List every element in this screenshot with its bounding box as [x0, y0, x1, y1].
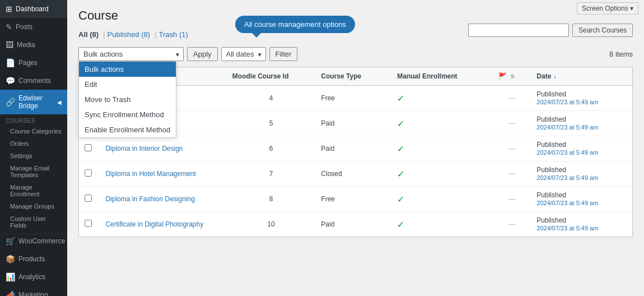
analytics-icon: 📊 [6, 272, 15, 281]
orders-label: Orders [10, 140, 29, 147]
sidebar-item-label: Pages [18, 59, 38, 67]
sidebar-item-label: Comments [18, 77, 51, 85]
row-icon-cell: — [493, 212, 531, 237]
sidebar-item-manage-enrollment[interactable]: Manage Enrollment [0, 181, 67, 200]
manage-email-label: Manage Email Templates [10, 165, 62, 178]
tab-published[interactable]: Published (8) [108, 27, 151, 41]
sidebar-item-analytics[interactable]: 📊 Analytics [0, 268, 67, 286]
published-date: 2024/07/23 at 5:49 am [536, 225, 598, 232]
sidebar-item-manage-groups[interactable]: Manage Groups [0, 200, 67, 212]
tab-separator-2: | [155, 30, 156, 39]
sidebar-item-course-categories[interactable]: Course Categories [0, 125, 67, 137]
row-course-type-cell: Paid [315, 111, 391, 136]
table-header-moodle-id: Moodle Course Id [227, 67, 316, 86]
bulk-actions-select[interactable]: Bulk actions Edit Move to Trash Sync Enr… [78, 47, 184, 61]
row-manual-enrollment-cell: ✓ [391, 187, 493, 212]
dropdown-item-edit[interactable]: Edit [79, 77, 176, 92]
sidebar-item-custom-user-fields[interactable]: Custom User Fields [0, 212, 67, 232]
row-moodle-id-cell: 10 [227, 212, 316, 237]
row-course-type-cell: Paid [315, 212, 391, 237]
row-checkbox[interactable] [85, 144, 92, 151]
table-row: Diploma in Hotel Management 7 Closed ✓ —… [79, 161, 633, 187]
row-flag-value: — [508, 170, 515, 178]
dropdown-item-move-to-trash[interactable]: Move to Trash [79, 92, 176, 107]
row-moodle-id-cell: 5 [227, 111, 316, 136]
enrollment-checkmark-icon: ✓ [397, 220, 404, 229]
row-icon-cell: — [493, 111, 531, 136]
screen-options-button[interactable]: Screen Options ▾ [577, 2, 638, 15]
row-flag-value: — [508, 220, 515, 228]
bulk-actions-wrapper: Bulk actions Edit Move to Trash Sync Enr… [78, 47, 184, 61]
apply-button[interactable]: Apply [187, 47, 218, 61]
enrollment-checkmark-icon: ✓ [397, 195, 404, 204]
row-flag-value: — [508, 195, 515, 203]
course-name-link[interactable]: Diploma in Hotel Management [105, 170, 195, 178]
row-checkbox-cell [79, 136, 100, 161]
course-name-link[interactable]: Certificate in Digital Photography [105, 220, 203, 228]
page-title: Course [78, 8, 633, 23]
published-date: 2024/07/23 at 5:49 am [536, 149, 598, 156]
table-row: Diploma in Fashion Designing 8 Free ✓ — … [79, 187, 633, 212]
sidebar: ⊞ Dashboard ✎ Posts 🖼 Media 📄 Pages 💬 Co… [0, 0, 67, 296]
sidebar-item-media[interactable]: 🖼 Media [0, 36, 67, 54]
sidebar-item-marketing[interactable]: 📣 Marketing [0, 286, 67, 296]
dropdown-item-enable-enrollment[interactable]: Enable Enrollment Method [79, 122, 176, 137]
enrollment-checkmark-icon: ✓ [397, 144, 404, 154]
bulk-actions-dropdown-menu: Bulk actions Edit Move to Trash Sync Enr… [78, 61, 176, 138]
sidebar-item-settings[interactable]: Settings [0, 150, 67, 162]
sidebar-item-label: Posts [16, 23, 32, 31]
published-label: Published [536, 90, 566, 98]
sidebar-item-pages[interactable]: 📄 Pages [0, 54, 67, 72]
row-course-type-cell: Paid [315, 136, 391, 161]
sidebar-item-woocommerce[interactable]: 🛒 WooCommerce [0, 234, 67, 250]
row-checkbox[interactable] [85, 220, 92, 227]
table-header-date[interactable]: Date ↓ [531, 67, 632, 86]
sidebar-item-edwiser-bridge[interactable]: 🔗 Edwiser Bridge ◀ [0, 90, 67, 114]
row-flag-value: — [508, 145, 515, 152]
row-icon-cell: — [493, 187, 531, 212]
enrollment-checkmark-icon: ✓ [397, 94, 404, 103]
sidebar-item-comments[interactable]: 💬 Comments [0, 72, 67, 90]
table-header-course-type: Course Type [315, 67, 391, 86]
row-manual-enrollment-cell: ✓ [391, 111, 493, 136]
course-name-link[interactable]: Diploma in Interior Design [105, 145, 183, 152]
flag-icon: 🚩 [498, 72, 507, 80]
analytics-label: Analytics [18, 273, 45, 281]
sidebar-item-posts[interactable]: ✎ Posts [0, 18, 67, 36]
dashboard-icon: ⊞ [6, 4, 12, 13]
media-icon: 🖼 [6, 40, 13, 49]
tab-trash[interactable]: Trash (1) [159, 27, 188, 41]
search-input[interactable] [468, 24, 569, 37]
course-name-link[interactable]: Diploma in Fashion Designing [105, 195, 194, 203]
published-label: Published [536, 115, 566, 123]
row-course-type-cell: Free [315, 86, 391, 111]
row-date-cell: Published 2024/07/23 at 5:49 am [531, 212, 632, 237]
row-date-cell: Published 2024/07/23 at 5:49 am [531, 136, 632, 161]
sidebar-item-orders[interactable]: Orders [0, 137, 67, 150]
dropdown-item-bulk-actions[interactable]: Bulk actions [79, 62, 176, 77]
row-course-type-cell: Free [315, 187, 391, 212]
sidebar-item-manage-email[interactable]: Manage Email Templates [0, 162, 67, 181]
woocommerce-label: WooCommerce [18, 237, 65, 245]
row-title-cell: Diploma in Hotel Management [100, 161, 226, 187]
sidebar-item-products[interactable]: 📦 Products [0, 250, 67, 268]
table-row: Certificate in Digital Photography 10 Pa… [79, 212, 633, 237]
date-filter-select[interactable]: All dates [221, 47, 266, 61]
edwiser-icon: 🔗 [6, 98, 15, 107]
marketing-label: Marketing [18, 291, 48, 296]
row-checkbox[interactable] [85, 169, 92, 177]
table-header-manual-enrollment: Manual Enrollment [391, 67, 493, 86]
row-checkbox-cell [79, 187, 100, 212]
published-date: 2024/07/23 at 5:49 am [536, 200, 598, 206]
published-label: Published [536, 166, 566, 174]
filter-button[interactable]: Filter [269, 47, 298, 61]
row-checkbox[interactable] [85, 195, 92, 202]
table-header-flag: 🚩 ⇅ [493, 67, 531, 86]
sidebar-item-dashboard[interactable]: ⊞ Dashboard [0, 0, 67, 18]
row-moodle-id-cell: 7 [227, 161, 316, 187]
dropdown-item-sync-enrollment[interactable]: Sync Enrollment Method [79, 107, 176, 122]
tab-all[interactable]: All (8) [78, 27, 99, 41]
search-courses-button[interactable]: Search Courses [572, 24, 633, 37]
custom-user-fields-label: Custom User Fields [10, 215, 62, 229]
sidebar-item-label: Media [17, 41, 35, 49]
